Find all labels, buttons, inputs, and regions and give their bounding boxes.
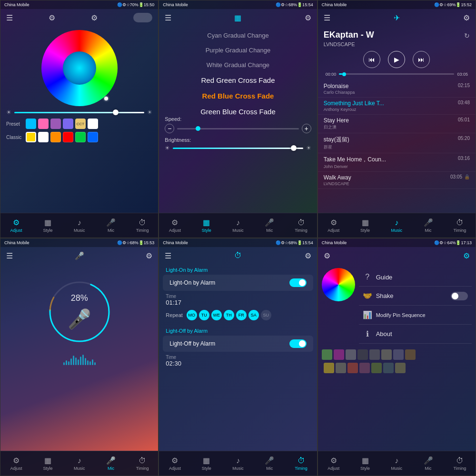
color-wheel[interactable] bbox=[41, 30, 118, 106]
nav-music-s[interactable]: ♪ Music bbox=[226, 218, 250, 233]
day-th-on[interactable]: TH bbox=[224, 310, 234, 320]
preset-swatch-1[interactable] bbox=[26, 119, 36, 129]
song-take-me[interactable]: Take Me Home，Coun...John Denver 03:16 bbox=[318, 153, 476, 172]
nav-timing[interactable]: ⏱ Timing bbox=[130, 218, 154, 233]
nav-music-t[interactable]: ♪ Music bbox=[226, 456, 250, 471]
song-polonaise[interactable]: PolonaiseCarlo Chiarappa 02:15 bbox=[318, 80, 476, 98]
progress-thumb[interactable] bbox=[342, 72, 346, 76]
light-on-toggle[interactable] bbox=[289, 278, 307, 287]
menu-icon-style[interactable]: ☰ bbox=[165, 13, 171, 22]
menu-icon-about[interactable]: ⚙ bbox=[324, 251, 330, 260]
preset-swatch-4[interactable] bbox=[63, 119, 73, 129]
classic-swatch-4[interactable] bbox=[63, 132, 73, 142]
nav-music-m[interactable]: ♪ Music bbox=[385, 218, 408, 233]
day-sa-on[interactable]: SA bbox=[248, 310, 259, 320]
airplane-icon[interactable]: ✈ bbox=[394, 13, 400, 22]
settings-icon[interactable]: ⚙ bbox=[91, 13, 98, 22]
style-item-rg[interactable]: Red Green Cross Fade bbox=[159, 72, 317, 88]
classic-swatch-5[interactable] bbox=[75, 132, 86, 142]
nav-adjust-s[interactable]: ⚙ Adjust bbox=[163, 218, 187, 233]
sliders-icon[interactable]: ⚙ bbox=[49, 13, 55, 22]
preset-swatch-2[interactable] bbox=[38, 119, 49, 129]
song-stay[interactable]: Stay Here归之澳 05:01 bbox=[318, 115, 476, 133]
grid-icon-style[interactable]: ▦ bbox=[234, 13, 241, 22]
nav-adjust-m[interactable]: ⚙ Adjust bbox=[322, 218, 346, 233]
nav-mic-a[interactable]: 🎤 Mic bbox=[416, 456, 440, 471]
day-su-on[interactable]: SU bbox=[261, 310, 271, 320]
preset-swatch-cct[interactable]: CCT bbox=[75, 119, 86, 129]
nav-timing-m[interactable]: ⏱ Timing bbox=[448, 218, 472, 233]
classic-swatch-2[interactable] bbox=[38, 132, 49, 142]
song-something[interactable]: Something Just Like T...Anthony Keyrouz … bbox=[318, 98, 476, 115]
menu-item-pin[interactable]: 📊 Modify Pin Sequence bbox=[359, 306, 472, 325]
nav-style-mic[interactable]: ▦ Style bbox=[36, 456, 60, 471]
song-walk[interactable]: Walk AwayLVNDSCAPE 03:05 🔒 bbox=[318, 172, 476, 189]
nav-style[interactable]: ▦ Style bbox=[36, 218, 60, 233]
about-color-wheel[interactable] bbox=[322, 268, 355, 301]
menu-icon-music[interactable]: ☰ bbox=[324, 13, 330, 22]
preset-swatch-3[interactable] bbox=[50, 119, 61, 129]
day-tu-on[interactable]: TU bbox=[199, 310, 209, 320]
about-classic-3[interactable] bbox=[347, 363, 358, 373]
nav-mic-mic[interactable]: 🎤 Mic bbox=[99, 456, 123, 471]
nav-timing-s[interactable]: ⏱ Timing bbox=[289, 218, 313, 233]
classic-swatch-6[interactable] bbox=[88, 132, 98, 142]
nav-mic-t[interactable]: 🎤 Mic bbox=[258, 456, 281, 471]
about-classic-6[interactable] bbox=[383, 363, 394, 373]
about-swatch-6[interactable] bbox=[381, 349, 392, 360]
brightness-track[interactable] bbox=[14, 112, 144, 113]
song-stay2[interactable]: stay(遥留)群星 05:20 bbox=[318, 133, 476, 153]
about-swatch-1[interactable] bbox=[322, 349, 332, 360]
prev-button[interactable]: ⏮ bbox=[363, 51, 380, 68]
nav-adjust[interactable]: ⚙ Adjust bbox=[4, 218, 28, 233]
about-swatch-3[interactable] bbox=[346, 349, 356, 360]
speed-track[interactable] bbox=[177, 128, 298, 129]
sliders-icon-about[interactable]: ⚙ bbox=[463, 251, 470, 260]
about-swatch-4[interactable] bbox=[357, 349, 368, 360]
nav-timing-a[interactable]: ⏱ Timing bbox=[448, 456, 472, 471]
about-swatch-7[interactable] bbox=[393, 349, 404, 360]
about-classic-1[interactable] bbox=[324, 363, 334, 373]
nav-style-a[interactable]: ▦ Style bbox=[353, 456, 377, 471]
nav-style-m[interactable]: ▦ Style bbox=[353, 218, 377, 233]
menu-item-guide[interactable]: ? Guide bbox=[359, 268, 472, 287]
day-we-on[interactable]: WE bbox=[211, 310, 222, 320]
menu-item-shake[interactable]: 🤝 Shake bbox=[359, 287, 472, 306]
brightness-thumb-style[interactable] bbox=[291, 145, 297, 151]
style-item-white[interactable]: White Gradual Change bbox=[159, 58, 317, 72]
menu-icon-mic[interactable]: ☰ bbox=[6, 251, 13, 260]
style-item-purple[interactable]: Purple Gradual Change bbox=[159, 43, 317, 58]
settings-icon-style[interactable]: ⚙ bbox=[305, 13, 311, 22]
nav-timing-mic[interactable]: ⏱ Timing bbox=[130, 456, 154, 471]
about-classic-2[interactable] bbox=[336, 363, 346, 373]
day-fr-on[interactable]: FR bbox=[236, 310, 247, 320]
nav-adjust-a[interactable]: ⚙ Adjust bbox=[322, 456, 346, 471]
nav-mic-m[interactable]: 🎤 Mic bbox=[416, 218, 440, 233]
nav-adjust-t[interactable]: ⚙ Adjust bbox=[163, 456, 187, 471]
menu-icon-timing[interactable]: ☰ bbox=[165, 251, 171, 260]
power-toggle[interactable] bbox=[133, 13, 152, 22]
settings-icon-mic[interactable]: ⚙ bbox=[146, 251, 152, 260]
style-item-cyan[interactable]: Cyan Gradual Change bbox=[159, 28, 317, 43]
settings-icon-music[interactable]: ⚙ bbox=[463, 13, 470, 22]
about-classic-7[interactable] bbox=[395, 363, 406, 373]
style-item-gb[interactable]: Green Blue Cross Fade bbox=[159, 104, 317, 114]
brightness-track-style[interactable] bbox=[173, 148, 303, 149]
speed-minus[interactable]: − bbox=[165, 124, 174, 133]
settings-icon-timing[interactable]: ⚙ bbox=[305, 251, 311, 260]
nav-mic-s[interactable]: 🎤 Mic bbox=[258, 218, 281, 233]
play-button[interactable]: ▶ bbox=[388, 51, 405, 68]
classic-swatch-3[interactable] bbox=[50, 132, 61, 142]
nav-mic[interactable]: 🎤 Mic bbox=[99, 218, 123, 233]
about-swatch-2[interactable] bbox=[334, 349, 344, 360]
repeat-icon[interactable]: ↻ bbox=[464, 32, 470, 40]
speed-plus[interactable]: + bbox=[302, 124, 311, 133]
nav-adjust-mic[interactable]: ⚙ Adjust bbox=[4, 456, 28, 471]
about-swatch-5[interactable] bbox=[369, 349, 380, 360]
light-off-toggle[interactable] bbox=[289, 339, 307, 348]
about-classic-5[interactable] bbox=[371, 363, 382, 373]
about-swatch-8[interactable] bbox=[405, 349, 416, 360]
nav-music-mic[interactable]: ♪ Music bbox=[68, 456, 91, 471]
nav-style-t[interactable]: ▦ Style bbox=[195, 456, 218, 471]
brightness-thumb[interactable] bbox=[113, 109, 119, 115]
